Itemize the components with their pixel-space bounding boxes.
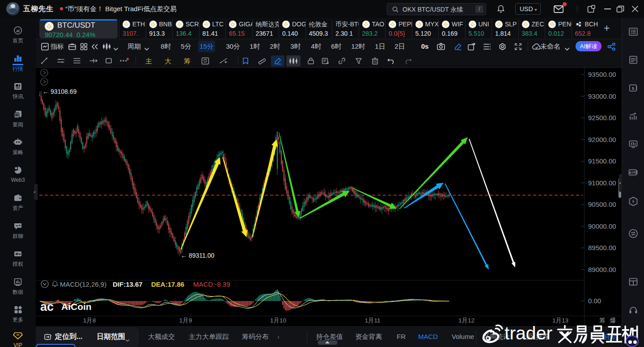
svg-text:89500.00: 89500.00 xyxy=(588,244,616,251)
svg-text:AiCoin: AiCoin xyxy=(61,301,92,312)
svg-text:ai: ai xyxy=(16,29,20,33)
svg-text:MACD(12,26,9): MACD(12,26,9) xyxy=(60,280,106,288)
svg-text:1月12: 1月12 xyxy=(458,317,475,324)
svg-text:93000.00: 93000.00 xyxy=(588,92,616,100)
svg-text:93500.00: 93500.00 xyxy=(588,71,616,78)
svg-text:$: $ xyxy=(632,86,634,91)
svg-text:筹: 筹 xyxy=(599,317,606,324)
svg-text:ac: ac xyxy=(40,300,54,314)
svg-text:DEA:17.86: DEA:17.86 xyxy=(151,280,184,288)
svg-text:← 89311.00: ← 89311.00 xyxy=(181,252,214,259)
svg-text:1月9: 1月9 xyxy=(179,317,192,324)
svg-text:MACD:-8.39: MACD:-8.39 xyxy=(193,280,230,288)
svg-text:90500.00: 90500.00 xyxy=(588,201,616,208)
svg-text:0.00: 0.00 xyxy=(588,297,601,305)
svg-text:1月13: 1月13 xyxy=(552,317,568,324)
svg-text:1月8: 1月8 xyxy=(83,317,96,324)
svg-text:92000.00: 92000.00 xyxy=(588,136,616,143)
svg-text:DIF:13.67: DIF:13.67 xyxy=(113,280,143,288)
svg-text:ETF: ETF xyxy=(629,171,636,175)
svg-text:92500.00: 92500.00 xyxy=(588,114,616,121)
svg-text:← 93108.69: ← 93108.69 xyxy=(42,88,76,95)
svg-text:91000.00: 91000.00 xyxy=(588,179,616,187)
svg-text:爆: 爆 xyxy=(610,317,616,324)
svg-text:1月11: 1月11 xyxy=(364,317,380,324)
svg-text:91500.00: 91500.00 xyxy=(588,157,616,165)
svg-text:1月10: 1月10 xyxy=(270,317,286,324)
svg-text:89000.00: 89000.00 xyxy=(588,266,616,273)
svg-text:90000.00: 90000.00 xyxy=(588,222,616,230)
